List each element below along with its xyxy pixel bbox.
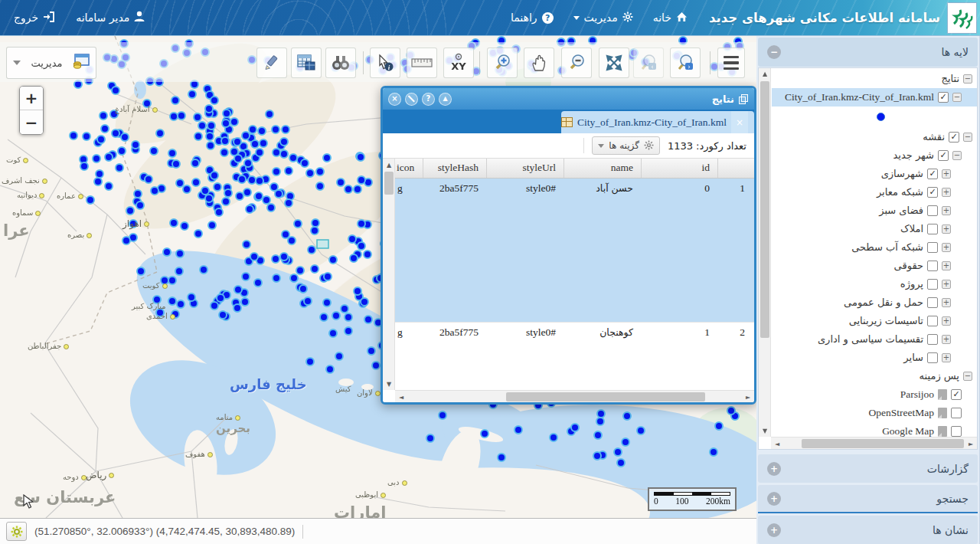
tree-vertical-scrollbar[interactable]: ▲ ▼ bbox=[759, 68, 771, 437]
tree-toggle-plus-icon[interactable]: + bbox=[942, 169, 951, 179]
nav-item-help[interactable]: ? راهنما bbox=[511, 11, 554, 24]
tab-city-of-iran[interactable]: × City_of_Iran.kmz-City_of_Iran.kml bbox=[561, 111, 754, 133]
management-dropdown[interactable]: مدیریت bbox=[6, 47, 96, 79]
dialog-help-button[interactable]: ? bbox=[422, 93, 435, 106]
layer-tree-item[interactable]: OpenStreetMap bbox=[772, 404, 977, 422]
scroll-left-icon[interactable]: ◄ bbox=[395, 391, 407, 403]
dialog-collapse-button[interactable]: ▲ bbox=[439, 93, 452, 106]
expand-plus-icon[interactable]: + bbox=[767, 462, 781, 476]
layer-checkbox[interactable]: ✓ bbox=[951, 389, 962, 400]
collapse-minus-icon[interactable]: − bbox=[767, 45, 781, 59]
tree-toggle-plus-icon[interactable]: + bbox=[942, 206, 951, 215]
layer-checkbox[interactable]: ✓ bbox=[938, 150, 949, 161]
edit-pencil-button[interactable] bbox=[256, 48, 287, 78]
table-row[interactable]: g2ba5f775style0#حسن آباد01 bbox=[395, 179, 754, 323]
layer-tree-item[interactable]: −پس زمینه bbox=[772, 367, 977, 385]
horizontal-scroll-thumb[interactable] bbox=[506, 392, 705, 401]
layer-tree-item[interactable]: Google Map bbox=[772, 422, 977, 437]
map-zoom-in-button[interactable]: + bbox=[20, 87, 43, 110]
tree-toggle-plus-icon[interactable]: + bbox=[942, 243, 951, 252]
layer-tree-item[interactable]: +حمل و نقل عمومی bbox=[772, 293, 977, 312]
grid-horizontal-scrollbar[interactable]: ◄ ► bbox=[395, 390, 754, 402]
tree-toggle-minus-icon[interactable]: − bbox=[952, 93, 962, 102]
identify-button[interactable]: i bbox=[370, 48, 400, 78]
tree-horizontal-scrollbar[interactable]: ◄ ► bbox=[771, 437, 977, 449]
column-header-styleHash[interactable]: styleHash bbox=[423, 159, 486, 178]
layer-tree-item[interactable]: +تقسیمات سیاسی و اداری bbox=[772, 330, 977, 349]
xy-coordinates-button[interactable]: XY bbox=[443, 48, 474, 78]
column-header-id[interactable]: id bbox=[641, 159, 717, 178]
layer-tree-item[interactable]: +شبکه آب سطحی bbox=[772, 238, 977, 257]
grid-vertical-scrollbar[interactable]: ▲ ▼ bbox=[383, 159, 395, 390]
layer-tree-item[interactable]: −✓نقشه bbox=[772, 128, 977, 146]
horizontal-scroll-thumb[interactable] bbox=[802, 439, 964, 448]
layer-tree-item[interactable]: +سایر bbox=[772, 349, 977, 367]
tree-toggle-plus-icon[interactable]: + bbox=[942, 353, 951, 362]
measure-ruler-button[interactable] bbox=[407, 48, 437, 78]
scroll-left-icon[interactable]: ◄ bbox=[771, 437, 783, 450]
column-header-rownum[interactable] bbox=[717, 159, 753, 178]
column-header-styleUrl[interactable]: styleUrl bbox=[486, 159, 564, 178]
zoom-in-button[interactable] bbox=[487, 48, 518, 78]
nav-user-menu[interactable]: مدیر سامانه bbox=[76, 11, 145, 25]
previous-extent-button[interactable]: ‹ bbox=[633, 48, 664, 78]
options-button[interactable]: گزینه ها bbox=[592, 136, 660, 155]
layer-checkbox[interactable]: ✓ bbox=[927, 169, 938, 179]
tree-toggle-minus-icon[interactable]: − bbox=[963, 74, 972, 84]
vertical-scroll-thumb[interactable] bbox=[384, 172, 394, 195]
search-binoculars-button[interactable] bbox=[325, 48, 356, 78]
layer-checkbox[interactable]: ✓ bbox=[927, 187, 938, 198]
layer-tree-item[interactable]: +حقوقی bbox=[772, 257, 977, 275]
panel-reports[interactable]: گزارشات + bbox=[758, 454, 978, 483]
layer-checkbox[interactable] bbox=[927, 297, 938, 308]
zoom-out-button[interactable] bbox=[561, 48, 592, 78]
tree-toggle-plus-icon[interactable]: + bbox=[942, 335, 951, 344]
dialog-disable-button[interactable] bbox=[405, 93, 418, 106]
layer-tree-item[interactable]: +پروژه bbox=[772, 275, 977, 293]
layer-tree-item[interactable]: +✓شهرسازی bbox=[772, 165, 977, 183]
dialog-close-button[interactable]: × bbox=[388, 93, 401, 106]
panel-search[interactable]: جستجو + bbox=[758, 485, 978, 513]
tree-toggle-plus-icon[interactable]: + bbox=[942, 261, 951, 270]
tree-toggle-plus-icon[interactable]: + bbox=[942, 298, 951, 307]
layer-tree-item[interactable]: −✓شهر جدید bbox=[772, 146, 977, 165]
layer-tree-item[interactable]: +✓شبکه معابر bbox=[772, 183, 977, 202]
column-header-icon[interactable]: icon bbox=[395, 159, 423, 178]
tree-toggle-minus-icon[interactable]: − bbox=[952, 151, 962, 160]
scroll-up-icon[interactable]: ▲ bbox=[759, 68, 771, 80]
layer-checkbox[interactable] bbox=[951, 426, 962, 437]
nav-item-home[interactable]: خانه bbox=[653, 11, 688, 25]
results-dialog-header[interactable]: نتایج × ? ▲ bbox=[383, 88, 754, 110]
layers-panel-header[interactable]: لایه ها − bbox=[758, 38, 978, 67]
scroll-right-icon[interactable]: ► bbox=[742, 391, 754, 403]
scroll-up-icon[interactable]: ▲ bbox=[383, 159, 395, 171]
nav-item-management[interactable]: مدیریت bbox=[573, 11, 633, 25]
tab-close-icon[interactable]: × bbox=[731, 111, 748, 133]
layer-checkbox[interactable] bbox=[927, 242, 938, 253]
expand-plus-icon[interactable]: + bbox=[767, 523, 781, 537]
map-view[interactable]: عراعربستان سعاماراتبحرینخلیج فارسکویتمبا… bbox=[0, 36, 756, 518]
layer-checkbox[interactable] bbox=[927, 279, 938, 290]
tree-toggle-plus-icon[interactable]: + bbox=[942, 188, 951, 197]
tree-toggle-plus-icon[interactable]: + bbox=[942, 224, 951, 234]
nav-logout[interactable]: خروج bbox=[14, 11, 54, 25]
next-extent-button[interactable]: › bbox=[670, 48, 701, 78]
layer-checkbox[interactable] bbox=[927, 261, 938, 271]
panel-bookmarks[interactable]: نشان ها + bbox=[758, 516, 978, 544]
layer-checkbox[interactable]: ✓ bbox=[938, 92, 949, 103]
map-zoom-out-button[interactable]: − bbox=[20, 110, 43, 134]
status-settings-button[interactable] bbox=[6, 522, 27, 541]
tree-toggle-minus-icon[interactable]: − bbox=[963, 133, 972, 142]
scroll-down-icon[interactable]: ▼ bbox=[759, 424, 771, 437]
layer-checkbox[interactable] bbox=[927, 334, 938, 345]
layer-checkbox[interactable] bbox=[927, 352, 938, 363]
layer-checkbox[interactable] bbox=[951, 408, 962, 418]
vertical-scroll-thumb[interactable] bbox=[760, 81, 769, 338]
layer-tree-item[interactable]: −نتایج bbox=[772, 70, 977, 88]
scroll-down-icon[interactable]: ▼ bbox=[383, 378, 395, 390]
scroll-right-icon[interactable]: ► bbox=[965, 437, 977, 450]
layer-checkbox[interactable] bbox=[927, 316, 938, 326]
column-header-name[interactable]: name bbox=[564, 159, 641, 178]
layer-tree-item[interactable]: +فضای سبز bbox=[772, 202, 977, 220]
pan-hand-button[interactable] bbox=[524, 48, 554, 78]
